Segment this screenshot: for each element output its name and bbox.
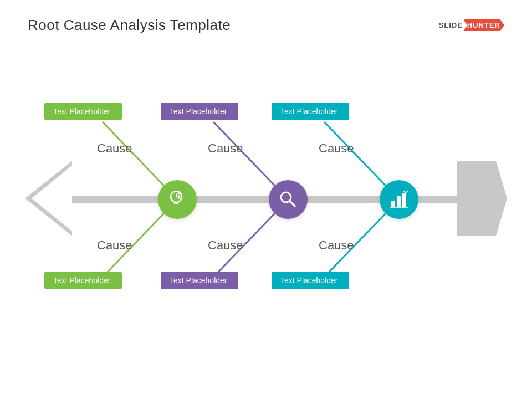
node-2 (269, 180, 308, 219)
placeholder-2-top: Text Placeholder (161, 103, 238, 120)
svg-rect-23 (402, 193, 406, 207)
placeholder-1-bottom: Text Placeholder (44, 272, 122, 289)
svg-line-20 (290, 201, 295, 206)
brain-gear-icon (167, 189, 188, 210)
svg-rect-21 (391, 201, 395, 207)
placeholder-2-bottom: Text Placeholder (161, 272, 238, 289)
logo-slide: SLIDE (439, 21, 463, 29)
fishbone-diagram: Cause Cause Cause Cause Cause Cause Text… (17, 78, 515, 321)
placeholder-1-top: Text Placeholder (44, 103, 122, 120)
svg-rect-22 (397, 196, 401, 207)
bar-chart-icon (389, 190, 409, 209)
node-3 (380, 180, 418, 219)
cause-label-1-bottom: Cause (97, 238, 132, 253)
cause-label-3-top: Cause (319, 141, 354, 156)
placeholder-3-top: Text Placeholder (272, 103, 349, 120)
header: Root Cause Analysis Template SLIDE HUNTE… (28, 17, 504, 34)
search-icon (278, 190, 298, 209)
cause-label-1-top: Cause (97, 141, 132, 156)
placeholder-3-bottom: Text Placeholder (272, 272, 349, 289)
logo: SLIDE HUNTER (439, 19, 504, 31)
logo-hunter: HUNTER (463, 19, 504, 31)
cause-label-2-top: Cause (208, 141, 243, 156)
cause-label-3-bottom: Cause (319, 238, 354, 253)
page-title: Root Cause Analysis Template (28, 17, 231, 34)
svg-point-11 (178, 195, 180, 197)
node-1 (158, 180, 197, 219)
cause-label-2-bottom: Cause (208, 238, 243, 253)
